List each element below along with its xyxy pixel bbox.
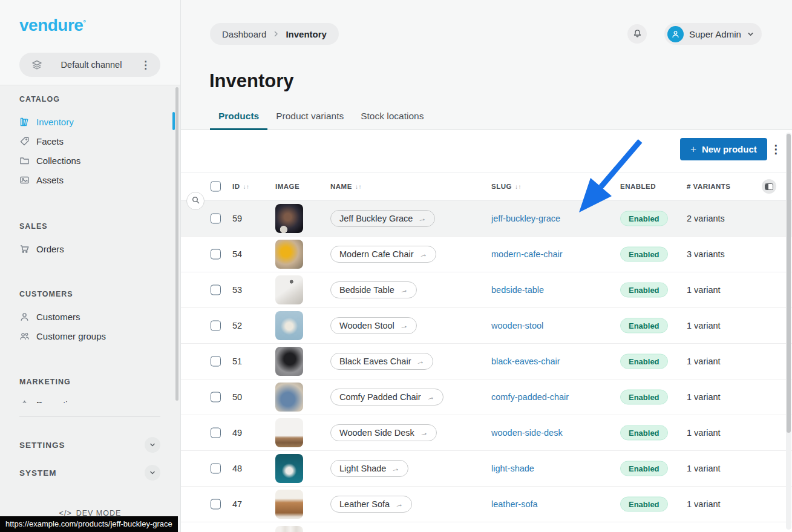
- row-checkbox[interactable]: [211, 464, 221, 474]
- product-name-chip[interactable]: Bedside Table →: [330, 281, 417, 298]
- tab-stock-locations[interactable]: Stock locations: [352, 103, 432, 130]
- variant-count: 1 variant: [687, 356, 721, 366]
- column-settings-button[interactable]: [762, 179, 776, 194]
- row-checkbox[interactable]: [211, 392, 221, 402]
- status-badge: Enabled: [620, 318, 668, 333]
- column-header-id[interactable]: ID↓↑: [232, 183, 250, 190]
- status-badge: Enabled: [620, 247, 668, 262]
- cart-icon: [19, 244, 30, 254]
- row-checkbox[interactable]: [211, 356, 221, 367]
- folder-icon: [19, 156, 30, 166]
- sort-icon[interactable]: ↓↑: [355, 183, 362, 190]
- table-row: 48 Light Shade → light-shade Enabled 1 v…: [181, 451, 792, 487]
- product-name: Black Eaves Chair: [339, 356, 411, 366]
- sidebar-group-settings[interactable]: SETTINGS: [19, 436, 160, 453]
- row-checkbox[interactable]: [211, 499, 221, 510]
- table-menu-kebab-icon[interactable]: ⋮: [770, 143, 782, 155]
- sidebar-item-customers[interactable]: Customers: [0, 307, 180, 326]
- product-id: 50: [232, 392, 242, 402]
- product-name-chip[interactable]: Wooden Side Desk →: [330, 424, 437, 441]
- table-row: 59 Jeff Buckley Grace → jeff-buckley-gra…: [181, 201, 792, 237]
- product-name-chip[interactable]: Leather Sofa →: [330, 496, 412, 513]
- product-name-chip[interactable]: Jeff Buckley Grace →: [330, 210, 435, 227]
- sidebar-item-label: Assets: [36, 175, 64, 185]
- products-panel: + New product ⋮ ID↓↑ IMAGE NAME↓↑ SLUG↓↑…: [181, 130, 792, 532]
- layers-icon: [31, 59, 42, 70]
- table-row: 51 Black Eaves Chair → black-eaves-chair…: [181, 344, 792, 379]
- chevron-down-icon[interactable]: [145, 465, 160, 481]
- select-all-checkbox[interactable]: [211, 182, 221, 192]
- product-name: Modern Cafe Chair: [339, 249, 414, 259]
- sidebar-item-assets[interactable]: Assets: [0, 170, 180, 189]
- variant-count: 1 variant: [687, 321, 721, 330]
- new-product-button[interactable]: + New product: [680, 138, 767, 160]
- sidebar: vendure° Default channel ⋮ CATALOG Inven…: [0, 0, 181, 532]
- product-name: Leather Sofa: [339, 499, 390, 509]
- product-image: [275, 347, 303, 376]
- user-menu[interactable]: Super Admin: [664, 23, 762, 45]
- table-row: 54 Modern Cafe Chair → modern-cafe-chair…: [181, 237, 792, 272]
- sidebar-divider: [19, 416, 160, 417]
- row-checkbox[interactable]: [211, 249, 221, 260]
- sidebar-item-facets[interactable]: Facets: [0, 131, 180, 151]
- new-product-label: New product: [702, 144, 757, 154]
- breadcrumb-inventory[interactable]: Inventory: [286, 29, 327, 39]
- product-slug-link[interactable]: black-eaves-chair: [491, 356, 560, 366]
- column-header-slug[interactable]: SLUG↓↑: [491, 183, 522, 190]
- chevron-down-icon: [747, 30, 754, 38]
- product-name-chip[interactable]: Light Shade →: [330, 460, 408, 477]
- status-badge: Enabled: [620, 211, 668, 226]
- product-image: [275, 418, 303, 447]
- row-checkbox[interactable]: [211, 428, 221, 438]
- table-row-partial: [181, 522, 792, 532]
- channel-menu-kebab-icon[interactable]: ⋮: [140, 60, 151, 70]
- sidebar-item-collections[interactable]: Collections: [0, 151, 180, 170]
- sidebar-item-promotions[interactable]: Promotions: [0, 395, 180, 403]
- sidebar-item-inventory[interactable]: Inventory: [0, 112, 180, 131]
- star-icon: [19, 399, 30, 404]
- sidebar-item-customer-groups[interactable]: Customer groups: [0, 326, 180, 346]
- books-icon: [19, 117, 30, 127]
- nav-section-sales: SALES: [19, 222, 180, 232]
- table-scrollbar-track: [786, 133, 791, 530]
- sidebar-nav-area: CATALOG Inventory Facets: [0, 85, 180, 532]
- product-slug-link[interactable]: wooden-stool: [491, 321, 543, 330]
- product-name-chip[interactable]: Black Eaves Chair →: [330, 353, 433, 370]
- sidebar-scrollbar[interactable]: [175, 87, 178, 401]
- sidebar-item-orders[interactable]: Orders: [0, 239, 180, 258]
- product-name-chip[interactable]: Modern Cafe Chair →: [330, 246, 436, 263]
- sidebar-nav-scroll: CATALOG Inventory Facets: [0, 85, 180, 403]
- product-slug-link[interactable]: bedside-table: [491, 285, 544, 295]
- product-name-chip[interactable]: Comfy Padded Chair →: [330, 389, 443, 406]
- product-slug-link[interactable]: jeff-buckley-grace: [491, 214, 560, 223]
- row-checkbox[interactable]: [211, 285, 221, 295]
- product-slug-link[interactable]: leather-sofa: [491, 499, 538, 509]
- sort-icon[interactable]: ↓↑: [243, 183, 250, 190]
- row-checkbox[interactable]: [211, 214, 221, 224]
- column-header-enabled: ENABLED: [620, 183, 656, 190]
- search-button[interactable]: [186, 192, 205, 210]
- chevron-down-icon[interactable]: [145, 437, 160, 453]
- tab-products[interactable]: Products: [210, 103, 267, 130]
- status-badge: Enabled: [620, 283, 668, 298]
- tab-product-variants[interactable]: Product variants: [267, 103, 352, 130]
- product-slug-link[interactable]: modern-cafe-chair: [491, 249, 563, 259]
- product-image: [275, 275, 303, 304]
- column-header-name[interactable]: NAME↓↑: [330, 183, 362, 190]
- product-name-chip[interactable]: Wooden Stool →: [330, 317, 417, 334]
- sidebar-group-system[interactable]: SYSTEM: [19, 464, 160, 481]
- channel-selector[interactable]: Default channel ⋮: [19, 53, 160, 77]
- product-slug-link[interactable]: light-shade: [491, 464, 534, 473]
- product-slug-link[interactable]: wooden-side-desk: [491, 428, 563, 438]
- row-checkbox[interactable]: [211, 321, 221, 331]
- page-title: Inventory: [209, 70, 294, 92]
- sort-icon[interactable]: ↓↑: [515, 183, 522, 190]
- product-slug-link[interactable]: comfy-padded-chair: [491, 392, 569, 402]
- plus-icon: +: [690, 143, 696, 156]
- main-area: Dashboard Inventory Super Admin: [181, 0, 792, 532]
- table-scrollbar[interactable]: [787, 134, 791, 433]
- sidebar-item-label: Customers: [36, 312, 80, 322]
- breadcrumb-dashboard[interactable]: Dashboard: [222, 29, 266, 39]
- notifications-button[interactable]: [627, 24, 647, 44]
- active-nav-indicator: [172, 112, 175, 130]
